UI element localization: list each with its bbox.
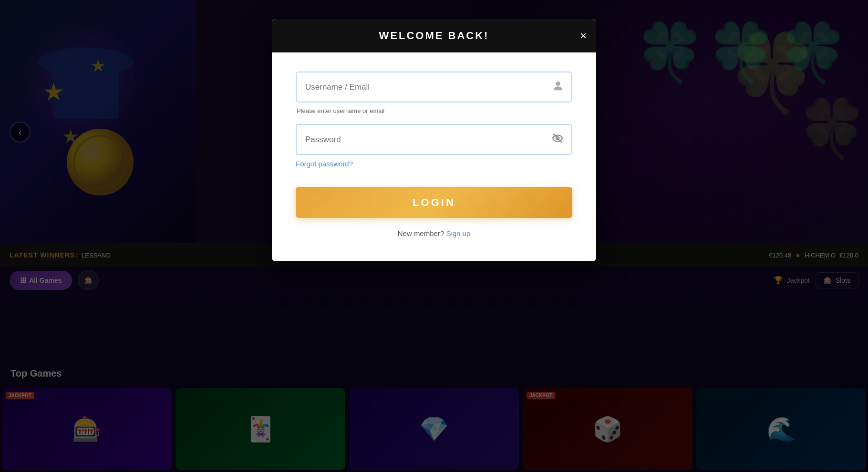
password-input[interactable] bbox=[296, 124, 572, 155]
signup-row: New member? Sign up bbox=[296, 229, 572, 237]
password-input-group bbox=[296, 124, 572, 155]
new-member-text: New member? bbox=[398, 229, 444, 237]
eye-icon bbox=[551, 132, 564, 144]
signup-link[interactable]: Sign up bbox=[446, 229, 470, 237]
forgot-password-link[interactable]: Forgot password? bbox=[296, 160, 572, 168]
modal-header: WELCOME BACK! × bbox=[272, 19, 596, 52]
modal-title: WELCOME BACK! bbox=[379, 30, 489, 41]
login-modal: WELCOME BACK! × Please enter username or… bbox=[272, 19, 596, 261]
username-email-input[interactable] bbox=[296, 72, 572, 103]
modal-close-button[interactable]: × bbox=[580, 30, 587, 41]
username-hint: Please enter username or email bbox=[296, 107, 572, 114]
modal-body: Please enter username or email Forgot pa… bbox=[272, 52, 596, 261]
password-toggle-button[interactable] bbox=[549, 130, 566, 149]
login-button[interactable]: LOGIN bbox=[296, 187, 572, 218]
username-input-group bbox=[296, 72, 572, 103]
